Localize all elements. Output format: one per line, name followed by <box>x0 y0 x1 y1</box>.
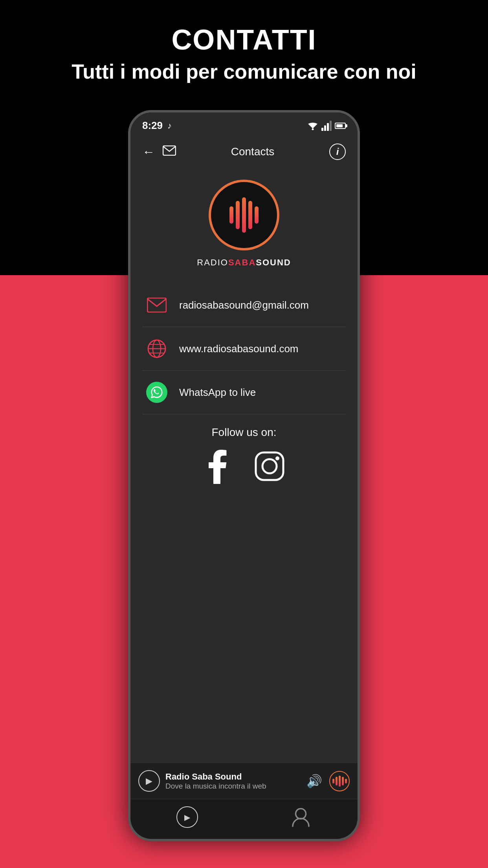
music-note-icon: ♪ <box>167 121 172 131</box>
contact-email[interactable]: radiosabasound@gmail.com <box>142 283 346 327</box>
player-tagline: Dove la musica incontra il web <box>165 782 301 791</box>
mail-header-icon[interactable] <box>163 145 176 158</box>
nav-play-circle: ▶ <box>176 806 198 828</box>
status-bar: 8:29 ♪ <box>130 112 358 136</box>
svg-point-11 <box>296 809 306 819</box>
contact-whatsapp[interactable]: WhatsApp to live <box>142 371 346 414</box>
logo-circle <box>209 180 279 250</box>
contact-website[interactable]: www.radiosabasound.com <box>142 327 346 371</box>
status-icons <box>307 121 346 131</box>
info-button[interactable]: i <box>329 143 346 160</box>
player-bar: ▶ Radio Saba Sound Dove la musica incont… <box>130 763 358 799</box>
logo-sound: SOUND <box>256 257 291 267</box>
svg-point-9 <box>262 459 277 473</box>
page-subtitle: Tutti i modi per comunicare con noi <box>0 60 488 83</box>
instagram-button[interactable] <box>254 451 285 482</box>
person-icon <box>292 807 310 827</box>
website-text: www.radiosabasound.com <box>179 343 299 355</box>
content-area: RADIOSABASOUND radiosabasound@gmail.com <box>130 168 358 763</box>
whatsapp-text: WhatsApp to live <box>179 386 256 399</box>
contact-list: radiosabasound@gmail.com www.radiosabas <box>130 283 358 414</box>
header-section: CONTATTI Tutti i modi per comunicare con… <box>0 24 488 83</box>
nav-profile-button[interactable] <box>287 806 315 828</box>
back-button[interactable]: ← <box>142 145 155 159</box>
svg-point-10 <box>275 456 279 460</box>
logo-saba: SABA <box>228 257 256 267</box>
follow-label: Follow us on: <box>130 426 358 439</box>
battery-icon <box>335 123 346 129</box>
logo-container: RADIOSABASOUND <box>197 180 291 268</box>
logo-radio: RADIO <box>197 257 228 267</box>
status-time: 8:29 <box>142 120 163 132</box>
email-text: radiosabasound@gmail.com <box>179 299 309 311</box>
player-info: Radio Saba Sound Dove la musica incontra… <box>165 772 301 791</box>
nav-play-button[interactable]: ▶ <box>174 806 201 828</box>
page-title: CONTATTI <box>0 24 488 56</box>
globe-icon <box>146 338 167 359</box>
player-play-button[interactable]: ▶ <box>138 770 160 792</box>
follow-section: Follow us on: <box>130 426 358 482</box>
volume-icon[interactable]: 🔊 <box>306 774 322 789</box>
phone-frame: 8:29 ♪ <box>128 110 360 841</box>
player-icons: 🔊 <box>306 771 350 791</box>
bottom-nav: ▶ <box>130 799 358 839</box>
radio-logo-button[interactable] <box>329 771 350 791</box>
wifi-icon <box>307 121 318 130</box>
social-icons <box>130 451 358 482</box>
email-icon <box>146 294 167 316</box>
sound-wave-graphic <box>229 197 259 233</box>
logo-text: RADIOSABASOUND <box>197 257 291 268</box>
player-station-name: Radio Saba Sound <box>165 772 301 782</box>
whatsapp-icon <box>146 382 167 403</box>
svg-point-0 <box>312 128 314 130</box>
phone-screen: 8:29 ♪ <box>130 112 358 839</box>
svg-rect-2 <box>147 298 166 312</box>
facebook-button[interactable] <box>203 451 234 482</box>
svg-rect-8 <box>256 452 283 480</box>
app-header: ← Contacts i <box>130 136 358 168</box>
app-bar-title: Contacts <box>176 145 329 158</box>
signal-bars-icon <box>321 121 332 131</box>
